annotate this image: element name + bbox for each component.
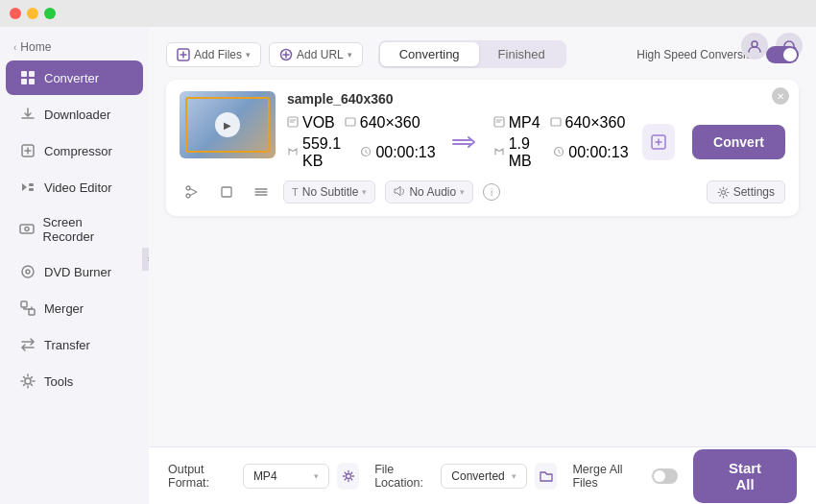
video-editor-icon	[19, 179, 36, 196]
tools-icon	[19, 372, 36, 390]
close-icon: ✕	[777, 91, 784, 102]
speed-toggle[interactable]	[766, 46, 799, 63]
file-location-label: File Location:	[374, 463, 433, 490]
target-size-icon	[493, 146, 505, 159]
hw-accel-button[interactable]	[642, 124, 676, 160]
sidebar-item-compressor[interactable]: Compressor	[6, 133, 143, 168]
source-duration: 00:00:13	[375, 144, 435, 161]
source-format-type: VOB 640×360	[287, 114, 436, 132]
play-button[interactable]: ▶	[215, 112, 240, 137]
target-file-icon	[493, 116, 505, 130]
file-location-folder-icon[interactable]	[535, 463, 557, 490]
settings-button[interactable]: Settings	[707, 180, 785, 204]
subtitle-select[interactable]: T No Subtitle ▾	[283, 180, 375, 204]
source-format: VOB	[302, 114, 335, 132]
source-file-icon	[287, 116, 299, 130]
output-format-field: Output Format: MP4 ▾	[168, 463, 359, 490]
tab-finished-label: Finished	[498, 47, 545, 61]
start-all-button[interactable]: Start All	[693, 449, 797, 503]
top-bar: Add Files ▾ Add URL ▾ Converting Finishe…	[166, 40, 799, 68]
sidebar-item-converter-label: Converter	[44, 71, 99, 85]
home-link[interactable]: ‹ Home	[0, 35, 149, 60]
sidebar-item-video-editor-label: Video Editor	[44, 180, 112, 195]
convert-button[interactable]: Convert	[692, 125, 785, 159]
audio-label: No Audio	[409, 185, 456, 199]
sidebar-item-merger-label: Merger	[44, 301, 84, 316]
card-close-button[interactable]: ✕	[772, 87, 789, 105]
main-content: Add Files ▾ Add URL ▾ Converting Finishe…	[149, 27, 816, 504]
sidebar-item-transfer-label: Transfer	[44, 338, 90, 352]
settings-label: Settings	[733, 185, 775, 199]
sidebar-item-tools-label: Tools	[44, 374, 73, 389]
sidebar-item-video-editor[interactable]: Video Editor	[6, 170, 143, 204]
sidebar-item-transfer[interactable]: Transfer	[6, 327, 143, 362]
output-format-chevron: ▾	[314, 471, 319, 481]
dvd-burner-icon	[19, 263, 36, 280]
downloader-icon	[19, 106, 36, 123]
sidebar-item-tools[interactable]: Tools	[6, 364, 143, 398]
add-url-chevron: ▾	[348, 50, 352, 60]
sidebar-item-downloader-label: Downloader	[44, 108, 110, 122]
svg-rect-11	[21, 301, 27, 307]
sidebar-item-compressor-label: Compressor	[44, 144, 112, 158]
file-location-value: Converted	[451, 469, 504, 483]
titlebar	[0, 0, 816, 27]
svg-rect-23	[551, 118, 561, 126]
svg-rect-20	[346, 118, 355, 126]
sidebar-item-dvd-burner[interactable]: DVD Burner	[6, 254, 143, 289]
format-arrow	[451, 132, 478, 152]
user-icon-button[interactable]	[741, 33, 768, 60]
svg-point-30	[346, 473, 350, 478]
card-top: ▶ sample_640x360	[180, 91, 785, 170]
svg-rect-7	[20, 225, 34, 233]
file-location-chevron: ▾	[512, 471, 516, 481]
sidebar-item-merger[interactable]: Merger	[6, 291, 143, 325]
target-format-block: MP4 640×360	[493, 114, 629, 170]
sidebar-item-downloader[interactable]: Downloader	[6, 97, 143, 132]
target-format: MP4	[509, 114, 540, 132]
merge-all-area: Merge All Files	[572, 463, 678, 490]
add-url-button[interactable]: Add URL ▾	[269, 42, 363, 67]
tab-converting-label: Converting	[399, 47, 460, 61]
source-resolution: 640×360	[360, 114, 420, 132]
close-button[interactable]	[10, 8, 21, 19]
audio-select[interactable]: No Audio ▾	[385, 180, 473, 204]
tab-converting[interactable]: Converting	[380, 42, 479, 66]
merge-toggle[interactable]	[652, 468, 678, 484]
scissors-icon[interactable]	[180, 180, 204, 204]
info-symbol: i	[491, 187, 492, 198]
sidebar-item-dvd-burner-label: DVD Burner	[44, 265, 111, 279]
svg-rect-1	[29, 71, 35, 77]
minimize-button[interactable]	[27, 8, 38, 19]
target-size: 1.9 MB	[509, 135, 544, 170]
subtitle-icon: T	[292, 186, 299, 198]
maximize-button[interactable]	[44, 8, 56, 19]
svg-rect-5	[29, 183, 34, 186]
svg-rect-3	[29, 79, 35, 84]
source-format-meta: 559.1 KB 00:00:13	[287, 135, 436, 170]
output-format-settings-icon[interactable]	[337, 463, 359, 490]
add-files-label: Add Files	[194, 48, 242, 61]
output-format-select[interactable]: MP4 ▾	[243, 464, 329, 489]
tab-finished[interactable]: Finished	[479, 42, 564, 66]
effects-icon[interactable]	[249, 180, 274, 204]
transfer-icon	[19, 336, 36, 353]
sidebar-item-screen-recorder[interactable]: Screen Recorder	[6, 206, 143, 252]
crop-icon[interactable]	[214, 180, 239, 204]
add-files-button[interactable]: Add Files ▾	[166, 42, 261, 67]
target-format-meta: 1.9 MB 00:00:13	[493, 135, 629, 170]
output-format-value: MP4	[253, 469, 277, 483]
svg-point-8	[25, 228, 29, 231]
info-icon[interactable]: i	[483, 183, 500, 201]
output-format-label: Output Format:	[168, 463, 235, 490]
file-location-select[interactable]: Converted ▾	[441, 464, 527, 489]
svg-point-27	[186, 194, 190, 198]
svg-rect-6	[29, 188, 34, 191]
add-url-label: Add URL	[297, 48, 344, 61]
sidebar-item-converter[interactable]: Converter	[6, 60, 143, 95]
home-label: Home	[20, 40, 51, 54]
add-files-chevron: ▾	[246, 50, 251, 60]
converter-icon	[19, 69, 36, 86]
audio-icon	[394, 185, 405, 199]
filename: sample_640x360	[287, 91, 785, 107]
